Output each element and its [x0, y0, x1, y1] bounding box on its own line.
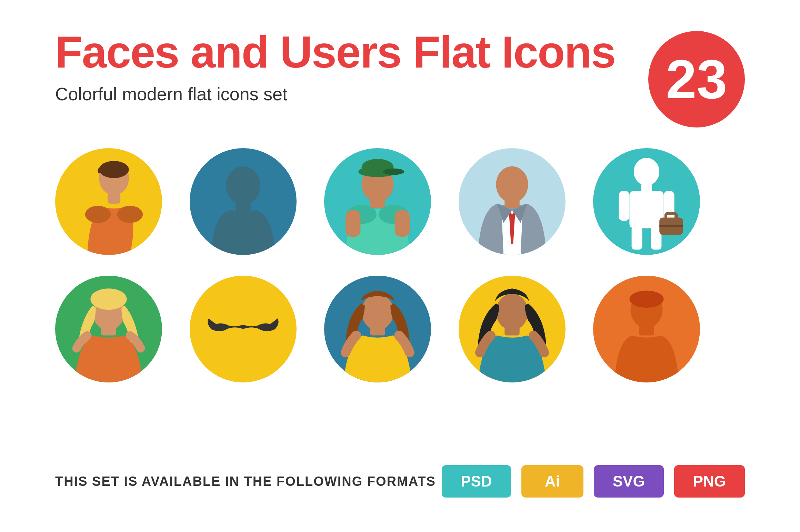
svg-point-30 — [90, 288, 127, 310]
icon-generic-female — [593, 276, 700, 382]
svg-rect-14 — [346, 210, 360, 237]
svg-rect-15 — [395, 210, 410, 237]
icon-mustache — [190, 276, 297, 382]
subtitle: Colorful modern flat icons set — [55, 84, 648, 104]
svg-point-32 — [362, 294, 394, 330]
icons-grid — [55, 148, 745, 382]
icon-business-male — [459, 148, 566, 255]
svg-rect-36 — [639, 325, 654, 336]
icon-businessman-briefcase — [593, 148, 700, 255]
svg-rect-6 — [236, 202, 250, 212]
svg-rect-20 — [629, 191, 663, 228]
count-badge: 23 — [648, 31, 745, 127]
svg-point-11 — [383, 168, 404, 175]
icon-blonde-female — [55, 276, 162, 382]
format-svg-badge[interactable]: SVG — [594, 465, 664, 498]
icons-row-2 — [55, 276, 745, 382]
svg-point-34 — [496, 294, 528, 330]
icons-row-1 — [55, 148, 745, 255]
header-section: Faces and Users Flat Icons Colorful mode… — [55, 28, 745, 127]
icon-generic-user — [190, 148, 297, 255]
svg-rect-2 — [108, 193, 120, 204]
icon-dark-hair-female — [459, 276, 566, 382]
svg-point-3 — [85, 206, 111, 223]
page-container: Faces and Users Flat Icons Colorful mode… — [0, 0, 800, 532]
format-psd-label: PSD — [461, 473, 492, 490]
format-ai-badge[interactable]: Ai — [521, 465, 583, 498]
badge-number: 23 — [666, 52, 727, 107]
svg-point-37 — [629, 290, 663, 308]
icon-cap-male — [324, 148, 431, 255]
format-png-label: PNG — [693, 473, 726, 490]
icon-brown-hair-female — [324, 276, 431, 382]
svg-point-4 — [117, 206, 143, 223]
svg-point-17 — [496, 166, 528, 203]
format-badges: PSD Ai SVG PNG — [442, 465, 745, 498]
icon-casual-male — [55, 148, 162, 255]
formats-label: THIS SET IS AVAILABLE IN THE FOLLOWING F… — [55, 474, 436, 489]
format-ai-label: Ai — [545, 473, 560, 490]
format-svg-label: SVG — [613, 473, 645, 490]
svg-point-5 — [226, 166, 260, 205]
formats-section: THIS SET IS AVAILABLE IN THE FOLLOWING F… — [55, 465, 745, 498]
main-title: Faces and Users Flat Icons — [55, 28, 648, 77]
svg-rect-19 — [641, 183, 652, 192]
svg-point-18 — [634, 158, 659, 186]
svg-rect-23 — [619, 191, 629, 221]
format-psd-badge[interactable]: PSD — [442, 465, 511, 498]
svg-rect-21 — [632, 226, 642, 249]
title-area: Faces and Users Flat Icons Colorful mode… — [55, 28, 648, 104]
format-png-badge[interactable]: PNG — [674, 465, 745, 498]
